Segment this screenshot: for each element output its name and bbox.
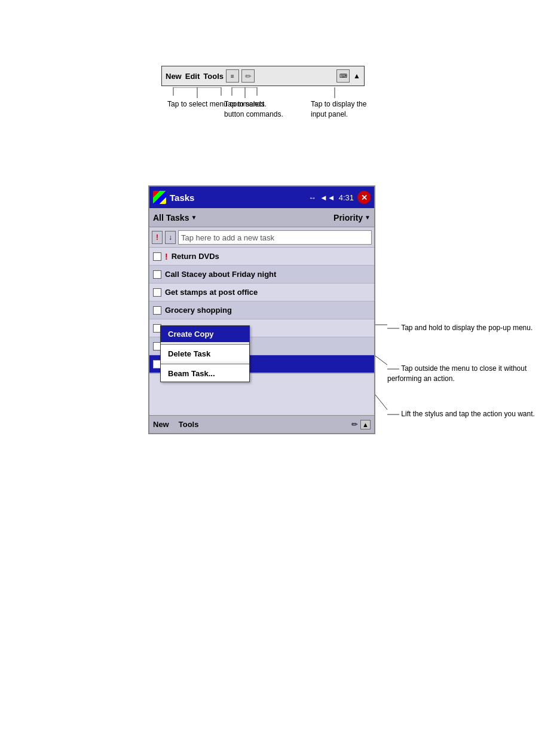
bottom-pencil-icon[interactable]: ✏ (351, 420, 358, 429)
callout-2: Tap outside the menu to close it without… (387, 364, 543, 384)
menu-edit[interactable]: Edit (185, 72, 200, 81)
title-icons: ↔ ◄◄ 4:31 ✕ (308, 191, 371, 204)
task-item[interactable]: Call Stacey about Friday night (149, 266, 374, 284)
task-checkbox[interactable] (153, 306, 161, 315)
task-checkbox[interactable] (153, 270, 161, 279)
priority-sort-button[interactable]: ! (152, 231, 163, 244)
menubar-mock: New Edit Tools ≡ ✏ ⌨ ▲ (161, 66, 365, 86)
annot3-text: Tap to display the input panel. (311, 99, 382, 120)
ctx-separator (161, 344, 249, 345)
pencil-icon[interactable]: ✏ (241, 69, 255, 83)
all-tasks-dropdown[interactable]: All Tasks ▼ (153, 213, 197, 222)
toolbar-row: All Tasks ▼ Priority ▼ (149, 208, 374, 227)
context-menu: Create Copy Delete Task Beam Task... (160, 325, 250, 382)
callout-line-3 (387, 414, 399, 415)
date-sort-button[interactable]: ↓ (165, 231, 176, 244)
task-name: Call Stacey about Friday night (165, 270, 276, 279)
task-item[interactable]: ! Return DVDs (149, 248, 374, 266)
time-display: 4:31 (339, 193, 354, 202)
task-item[interactable]: Grocery shopping (149, 301, 374, 319)
ctx-create-copy[interactable]: Create Copy (161, 326, 249, 343)
callout-1: Tap and hold to display the pop-up menu. (387, 323, 543, 333)
diagram-annotations: Tap to select menu commands. Tap to sele… (161, 87, 412, 129)
signal-icon: ↔ (308, 193, 316, 202)
annot2-text: Tap to select button commands. (224, 99, 284, 120)
keyboard-icon[interactable]: ⌨ (336, 69, 350, 83)
ctx-separator2 (161, 364, 249, 364)
filter-dropdown-arrow: ▼ (191, 214, 197, 221)
ctx-delete-task[interactable]: Delete Task (161, 346, 249, 362)
volume-icon: ◄◄ (320, 193, 335, 202)
task-name: Grocery shopping (165, 306, 232, 315)
menu-items: New Edit Tools (166, 72, 224, 81)
task-name: Get stamps at post office (165, 288, 258, 297)
bottom-bar: New Tools ✏ ▲ (149, 415, 374, 433)
up-arrow-icon[interactable]: ▲ (353, 72, 360, 80)
svg-line-13 (375, 356, 387, 365)
task-name: Return DVDs (172, 252, 219, 261)
bottom-scroll-button[interactable]: ▲ (360, 420, 371, 429)
task-checkbox[interactable] (153, 252, 161, 261)
close-button[interactable]: ✕ (357, 191, 371, 204)
menu-new[interactable]: New (166, 72, 182, 81)
bottom-new-button[interactable]: New (153, 420, 169, 429)
pda-screen: Tasks ↔ ◄◄ 4:31 ✕ All Tasks ▼ Priority ▼… (148, 185, 375, 434)
app-title: Tasks (170, 193, 305, 203)
pda-device: Tasks ↔ ◄◄ 4:31 ✕ All Tasks ▼ Priority ▼… (148, 185, 375, 434)
list-icon[interactable]: ≡ (226, 69, 239, 83)
sort-dropdown-arrow: ▼ (365, 214, 371, 221)
ctx-beam-task[interactable]: Beam Task... (161, 365, 249, 382)
callout-line-2 (387, 368, 399, 370)
task-checkbox[interactable] (153, 288, 161, 297)
windows-logo (153, 191, 166, 204)
priority-dropdown[interactable]: Priority ▼ (333, 213, 371, 222)
priority-icon: ! (165, 252, 168, 261)
top-diagram: New Edit Tools ≡ ✏ ⌨ ▲ Tap to select (161, 66, 412, 129)
task-item[interactable]: Get stamps at post office (149, 284, 374, 301)
svg-line-14 (375, 395, 387, 410)
menu-tools[interactable]: Tools (203, 72, 224, 81)
new-task-row: ! ↓ Tap here to add a new task (149, 227, 374, 248)
bottom-tools-button[interactable]: Tools (179, 420, 199, 429)
title-bar: Tasks ↔ ◄◄ 4:31 ✕ (149, 187, 374, 208)
callout-3: Lift the stylus and tap the action you w… (387, 409, 543, 419)
new-task-input[interactable]: Tap here to add a new task (178, 230, 372, 245)
callout-line-1 (387, 328, 399, 329)
bottom-right-icons: ✏ ▲ (351, 420, 371, 429)
